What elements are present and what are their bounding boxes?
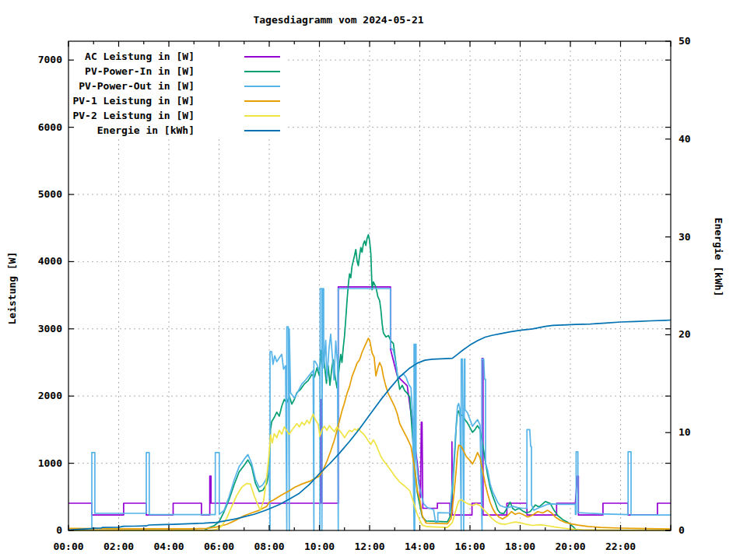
x-tick-label: 06:00 <box>204 541 234 552</box>
x-tick-label: 14:00 <box>405 541 435 552</box>
legend-label: AC Leistung in [W] <box>85 51 195 62</box>
x-tick-label: 08:00 <box>254 541 284 552</box>
x-tick-label: 12:00 <box>354 541 384 552</box>
y-left-tick-label: 1000 <box>38 457 62 469</box>
y-right-tick-label: 40 <box>679 133 691 145</box>
y-right-tick-label: 50 <box>679 35 691 47</box>
y-axis-right-label: Energie [kWh] <box>711 180 724 335</box>
y-left-tick-label: 5000 <box>38 188 62 200</box>
x-tick-label: 00:00 <box>53 541 83 552</box>
x-tick-label: 04:00 <box>153 541 184 552</box>
x-tick-label: 02:00 <box>103 541 134 552</box>
x-tick-label: 22:00 <box>605 541 636 552</box>
y-left-tick-label: 3000 <box>38 323 62 334</box>
y-left-tick-label: 4000 <box>38 255 62 267</box>
legend-label: PV-Power-In in [W] <box>85 65 195 77</box>
y-axis-left-label: Leistung [W] <box>6 211 19 366</box>
legend-label: PV-1 Leistung in [W] <box>72 95 195 107</box>
legend-label: PV-Power-Out in [W] <box>79 80 195 92</box>
y-right-tick-label: 0 <box>679 524 685 536</box>
y-left-tick-label: 7000 <box>38 54 62 65</box>
x-tick-label: 16:00 <box>454 541 485 552</box>
x-tick-label: 18:00 <box>505 541 535 552</box>
y-right-tick-label: 30 <box>679 231 691 243</box>
chart-title: Tagesdiagramm vom 2024-05-21 <box>0 14 677 26</box>
gnuplot-day-diagram: Tagesdiagramm vom 2024-05-21 Leistung [W… <box>0 0 747 560</box>
x-tick-label: 10:00 <box>304 541 335 552</box>
legend-label: Energie in [kWh] <box>97 124 195 136</box>
y-right-tick-label: 20 <box>679 328 691 340</box>
series-line-pv-power-in-in-w <box>204 235 577 530</box>
y-right-tick-label: 10 <box>679 426 691 438</box>
y-left-tick-label: 2000 <box>38 390 62 401</box>
legend-label: PV-2 Leistung in [W] <box>72 110 195 121</box>
y-left-tick-label: 0 <box>56 524 62 536</box>
x-tick-label: 20:00 <box>555 541 585 552</box>
chart-canvas: AC Leistung in [W]PV-Power-In in [W]PV-P… <box>0 0 747 560</box>
y-left-tick-label: 6000 <box>38 121 62 133</box>
